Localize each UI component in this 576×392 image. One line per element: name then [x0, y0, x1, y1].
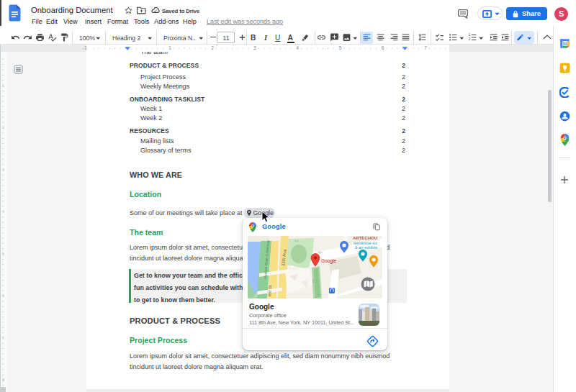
svg-text:31: 31 — [562, 42, 567, 46]
svg-text:7: 7 — [424, 45, 427, 50]
svg-text:1: 1 — [168, 45, 171, 50]
svg-text:5: 5 — [339, 45, 342, 50]
svg-text:1: 1 — [469, 33, 471, 37]
svg-text:est St: est St — [267, 285, 272, 296]
svg-text:& art exhibits: & art exhibits — [355, 245, 377, 250]
svg-text:4: 4 — [296, 45, 299, 50]
svg-text:2: 2 — [469, 37, 471, 41]
svg-text:Google: Google — [321, 258, 337, 264]
svg-text:ARTECHOU: ARTECHOU — [353, 236, 377, 240]
svg-text:2: 2 — [211, 45, 214, 50]
svg-text:1: 1 — [84, 45, 87, 50]
svg-text:Immersive sci: Immersive sci — [354, 241, 377, 245]
svg-text:3: 3 — [253, 45, 256, 50]
svg-text:6: 6 — [382, 45, 384, 50]
